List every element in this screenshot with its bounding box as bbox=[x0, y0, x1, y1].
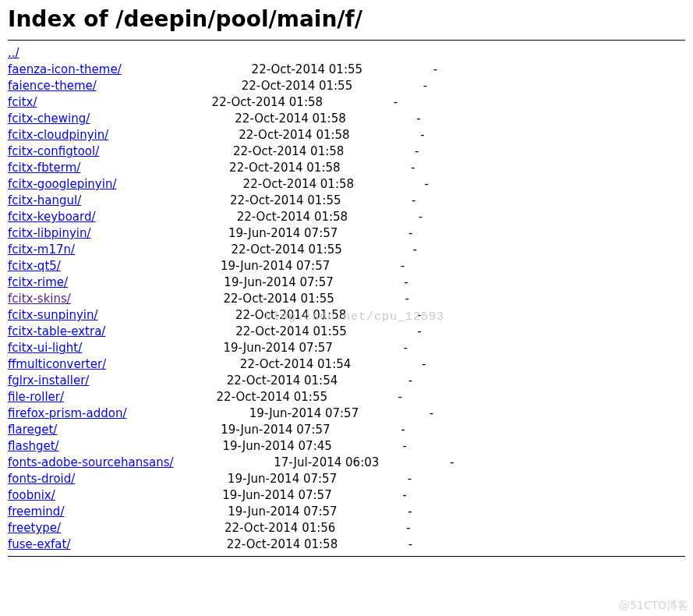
dir-link[interactable]: foobnix/ bbox=[8, 488, 55, 502]
parent-dir-link[interactable]: ../ bbox=[8, 46, 19, 60]
dir-link[interactable]: faenza-icon-theme/ bbox=[8, 62, 122, 76]
dir-link[interactable]: fcitx-hangul/ bbox=[8, 193, 81, 207]
dir-link[interactable]: fonts-droid/ bbox=[8, 472, 75, 486]
dir-link[interactable]: flashget/ bbox=[8, 439, 59, 453]
page-title: Index of /deepin/pool/main/f/ bbox=[8, 6, 685, 32]
dir-link[interactable]: fcitx-qt5/ bbox=[8, 259, 61, 273]
dir-link[interactable]: fcitx-keyboard/ bbox=[8, 210, 96, 224]
divider-bottom bbox=[8, 556, 685, 557]
dir-link[interactable]: fcitx-googlepinyin/ bbox=[8, 177, 116, 191]
dir-link[interactable]: fcitx-rime/ bbox=[8, 275, 68, 289]
dir-link[interactable]: faience-theme/ bbox=[8, 79, 97, 93]
dir-link[interactable]: fglrx-installer/ bbox=[8, 373, 89, 388]
dir-link[interactable]: fcitx-fbterm/ bbox=[8, 161, 80, 175]
dir-link[interactable]: fcitx-cloudpinyin/ bbox=[8, 128, 108, 142]
dir-link[interactable]: freemind/ bbox=[8, 504, 64, 519]
divider-top bbox=[8, 40, 685, 41]
dir-link[interactable]: freetype/ bbox=[8, 521, 61, 535]
dir-link[interactable]: fcitx-configtool/ bbox=[8, 144, 99, 158]
dir-link[interactable]: fcitx-skins/ bbox=[8, 292, 71, 306]
dir-link[interactable]: fcitx-sunpinyin/ bbox=[8, 308, 98, 322]
dir-link[interactable]: firefox-prism-addon/ bbox=[8, 406, 126, 420]
dir-link[interactable]: fcitx-chewing/ bbox=[8, 112, 90, 126]
dir-link[interactable]: fcitx-m17n/ bbox=[8, 243, 75, 257]
dir-link[interactable]: flareget/ bbox=[8, 423, 57, 437]
dir-link[interactable]: fcitx/ bbox=[8, 95, 37, 109]
directory-listing: ../ faenza-icon-theme/ 22-Oct-2014 01:55… bbox=[8, 45, 685, 553]
dir-link[interactable]: fcitx-libpinyin/ bbox=[8, 226, 91, 240]
dir-link[interactable]: fcitx-table-extra/ bbox=[8, 324, 105, 338]
dir-link[interactable]: fcitx-ui-light/ bbox=[8, 341, 82, 355]
dir-link[interactable]: ffmulticonverter/ bbox=[8, 357, 106, 371]
dir-link[interactable]: fuse-exfat/ bbox=[8, 537, 71, 551]
dir-link[interactable]: fonts-adobe-sourcehansans/ bbox=[8, 455, 174, 469]
dir-link[interactable]: file-roller/ bbox=[8, 390, 64, 404]
